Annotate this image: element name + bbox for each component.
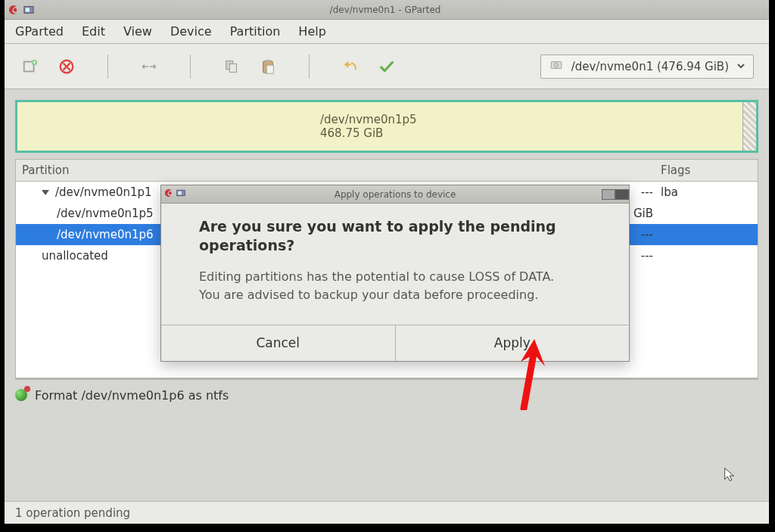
svg-rect-1 <box>26 8 30 11</box>
partition-name: /dev/nvme0n1p1 <box>55 185 152 199</box>
toolbar: /dev/nvme0n1 (476.94 GiB) <box>5 44 769 89</box>
resize-move-icon[interactable] <box>139 56 160 77</box>
row-flags: lba <box>661 185 752 199</box>
debian-swirl-icon <box>8 4 20 16</box>
disk-selector[interactable]: /dev/nvme0n1 (476.94 GiB) <box>540 54 754 79</box>
menu-device[interactable]: Device <box>170 24 212 39</box>
menu-gparted[interactable]: GParted <box>15 24 64 39</box>
partition-name: /dev/nvme0n1p5 <box>57 207 154 220</box>
expander-icon[interactable] <box>42 190 49 195</box>
gparted-app-icon <box>23 4 35 16</box>
paste-icon[interactable] <box>257 56 279 77</box>
status-text: 1 operation pending <box>15 506 130 520</box>
dialog-heading: Are you sure you want to apply the pendi… <box>199 217 599 254</box>
toolbar-separator <box>309 54 310 79</box>
separator <box>15 378 758 380</box>
window-titlebar: /dev/nvme0n1 - GParted <box>5 0 769 20</box>
partition-list-header: Partition Flags <box>15 159 758 182</box>
cancel-button[interactable]: Cancel <box>161 325 396 361</box>
window-maximize-icon[interactable] <box>615 189 629 200</box>
new-partition-icon[interactable] <box>20 56 41 77</box>
column-partition[interactable]: Partition <box>22 163 166 177</box>
partition-name: /dev/nvme0n1p6 <box>57 228 154 241</box>
apply-operations-dialog: Apply operations to device Are you sure … <box>160 185 630 362</box>
menu-help[interactable]: Help <box>298 24 325 39</box>
menu-partition[interactable]: Partition <box>230 24 281 39</box>
pending-operation[interactable]: Format /dev/nvme0n1p6 as ntfs <box>15 383 758 407</box>
pending-operation-text: Format /dev/nvme0n1p6 as ntfs <box>35 388 229 403</box>
chevron-down-icon <box>736 60 745 73</box>
disk-icon <box>549 58 564 75</box>
menu-edit[interactable]: Edit <box>82 24 105 39</box>
window-title: /dev/nvme0n1 - GParted <box>35 5 736 15</box>
gparted-app-icon <box>176 188 185 200</box>
disk-map-tail-partition[interactable] <box>742 102 756 151</box>
svg-rect-6 <box>229 64 236 72</box>
dialog-titlebar: Apply operations to device <box>161 185 629 204</box>
debian-swirl-icon <box>164 188 173 200</box>
toolbar-separator <box>190 54 191 79</box>
toolbar-separator <box>107 54 108 79</box>
svg-rect-13 <box>178 191 182 195</box>
disk-map-main-partition[interactable]: /dev/nvme0n1p5 468.75 GiB <box>17 102 742 151</box>
dialog-message-line: You are advised to backup your data befo… <box>199 286 599 303</box>
mouse-cursor-icon <box>722 466 739 486</box>
menu-bar: GParted Edit View Device Partition Help <box>5 20 769 44</box>
dialog-message-line: Editing partitions has the potential to … <box>199 268 599 285</box>
status-bar: 1 operation pending <box>5 501 769 524</box>
apply-check-icon[interactable] <box>376 56 397 77</box>
apply-button[interactable]: Apply <box>396 325 630 361</box>
undo-icon[interactable] <box>340 56 361 77</box>
svg-rect-9 <box>266 65 273 73</box>
delete-partition-icon[interactable] <box>56 56 77 77</box>
partition-name: unallocated <box>42 249 108 263</box>
window-minimize-icon[interactable] <box>602 189 615 200</box>
svg-rect-8 <box>266 59 270 62</box>
copy-icon[interactable] <box>221 56 242 77</box>
disk-map[interactable]: /dev/nvme0n1p5 468.75 GiB <box>15 100 758 153</box>
disk-map-partition-name: /dev/nvme0n1p5 <box>320 113 742 126</box>
dialog-title: Apply operations to device <box>188 189 602 200</box>
disk-map-partition-size: 468.75 GiB <box>320 126 742 140</box>
menu-view[interactable]: View <box>123 24 152 39</box>
disk-selector-label: /dev/nvme0n1 (476.94 GiB) <box>571 60 729 73</box>
column-flags[interactable]: Flags <box>661 163 752 177</box>
pending-operation-icon <box>15 389 27 401</box>
svg-point-11 <box>554 63 559 67</box>
